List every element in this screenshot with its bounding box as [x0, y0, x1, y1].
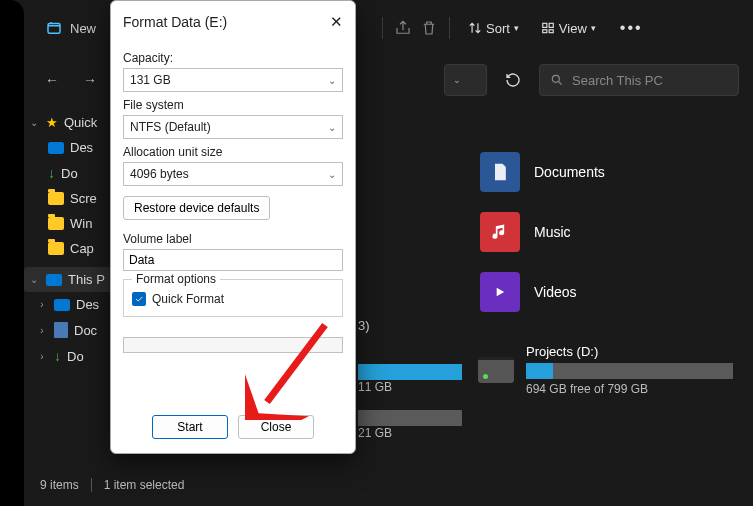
view-icon [541, 21, 555, 35]
forward-button[interactable]: → [76, 66, 104, 94]
music-icon [480, 212, 520, 252]
sort-button[interactable]: Sort ▾ [460, 15, 527, 42]
svg-rect-4 [549, 30, 553, 33]
chevron-down-icon: ▾ [591, 23, 596, 33]
folder-icon [48, 242, 64, 255]
download-icon: ↓ [54, 348, 61, 364]
svg-rect-3 [543, 30, 547, 33]
address-bar[interactable]: ⌄ [444, 64, 487, 96]
disk-bar [526, 363, 733, 379]
start-button[interactable]: Start [152, 415, 228, 439]
sort-label: Sort [486, 21, 510, 36]
view-button[interactable]: View ▾ [533, 15, 604, 42]
documents-icon [480, 152, 520, 192]
download-icon: ↓ [48, 165, 55, 181]
library-music[interactable]: Music [480, 212, 605, 252]
new-label: New [70, 21, 96, 36]
close-button[interactable]: Close [238, 415, 314, 439]
folder-icon [48, 217, 64, 230]
capacity-label: Capacity: [123, 51, 343, 65]
library-videos[interactable]: Videos [480, 272, 605, 312]
filesystem-select[interactable]: NTFS (Default)⌄ [123, 115, 343, 139]
svg-rect-0 [48, 24, 60, 34]
search-icon [550, 73, 564, 87]
desktop-icon [48, 142, 64, 154]
quick-format-checkbox[interactable] [132, 292, 146, 306]
allocation-select[interactable]: 4096 bytes⌄ [123, 162, 343, 186]
filesystem-label: File system [123, 98, 343, 112]
chevron-down-icon: ⌄ [328, 122, 336, 133]
format-options-group: Format options Quick Format [123, 279, 343, 317]
new-button[interactable]: New [34, 12, 106, 44]
disk-bar [358, 364, 462, 380]
disk-free-text: 11 GB [358, 380, 392, 394]
disk-free-text: 21 GB [358, 426, 392, 440]
pc-icon [46, 274, 62, 286]
allocation-label: Allocation unit size [123, 145, 343, 159]
view-label: View [559, 21, 587, 36]
refresh-button[interactable] [497, 64, 529, 96]
svg-point-5 [552, 75, 559, 82]
status-selected: 1 item selected [104, 478, 185, 492]
status-count: 9 items [40, 478, 79, 492]
disk-name: Projects (D:) [526, 344, 733, 359]
svg-rect-1 [543, 23, 547, 27]
videos-icon [480, 272, 520, 312]
disk-projects[interactable]: Projects (D:) 694 GB free of 799 GB [478, 344, 733, 396]
chevron-down-icon: ▾ [514, 23, 519, 33]
status-bar: 9 items 1 item selected [40, 478, 184, 492]
dialog-title: Format Data (E:) [123, 14, 227, 30]
format-dialog: Format Data (E:) ✕ Capacity: 131 GB⌄ Fil… [110, 0, 356, 454]
desktop-icon [54, 299, 70, 311]
volume-label-label: Volume label [123, 232, 343, 246]
sort-icon [468, 21, 482, 35]
new-icon [44, 18, 64, 38]
back-button[interactable]: ← [38, 66, 66, 94]
delete-icon[interactable] [419, 18, 439, 38]
format-options-label: Format options [132, 272, 220, 286]
star-icon: ★ [46, 115, 58, 130]
folder-icon [48, 192, 64, 205]
capacity-select[interactable]: 131 GB⌄ [123, 68, 343, 92]
svg-rect-2 [549, 23, 553, 27]
chevron-down-icon: ⌄ [453, 75, 461, 85]
disk-free-text: 694 GB free of 799 GB [526, 382, 733, 396]
drive-icon [478, 357, 514, 383]
document-icon [54, 322, 68, 338]
group-count: 3) [358, 318, 370, 333]
progress-bar [123, 337, 343, 353]
library-documents[interactable]: Documents [480, 152, 605, 192]
close-icon[interactable]: ✕ [330, 13, 343, 31]
search-placeholder: Search This PC [572, 73, 663, 88]
more-button[interactable]: ••• [610, 13, 653, 43]
chevron-down-icon: ⌄ [328, 169, 336, 180]
search-input[interactable]: Search This PC [539, 64, 739, 96]
restore-defaults-button[interactable]: Restore device defaults [123, 196, 270, 220]
volume-label-input[interactable] [123, 249, 343, 271]
disk-bar [358, 410, 462, 426]
quick-format-label: Quick Format [152, 292, 224, 306]
chevron-down-icon: ⌄ [328, 75, 336, 86]
share-icon[interactable] [393, 18, 413, 38]
